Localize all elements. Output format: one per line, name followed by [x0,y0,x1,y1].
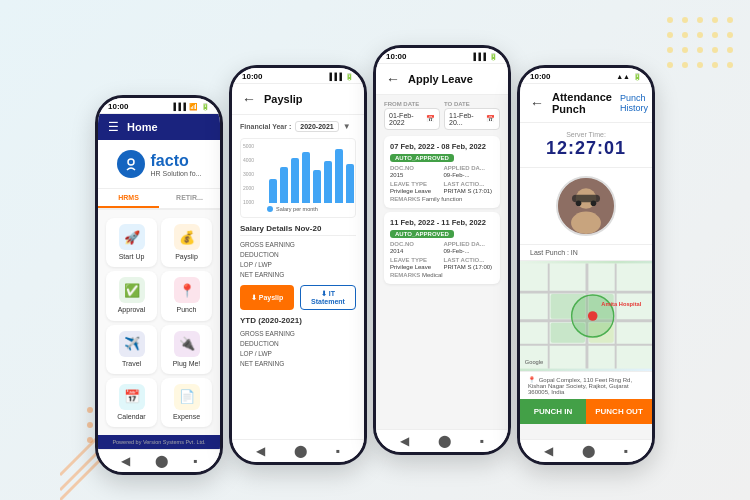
nav-recent-3[interactable]: ▪ [479,434,483,448]
svg-point-0 [667,17,673,23]
nav-home-1[interactable]: ⬤ [155,454,168,468]
logo-circle [117,150,145,178]
hamburger-icon[interactable]: ☰ [108,120,119,134]
svg-point-7 [697,32,703,38]
punch-out-button[interactable]: PUNCH OUT [586,399,652,424]
remarks-1: REMARKS Family function [390,196,494,202]
nav-recent-2[interactable]: ▪ [335,444,339,458]
payslip-chart: 50004000300020001000 [240,138,356,218]
bottom-nav-3: ◀ ⬤ ▪ [376,429,508,452]
leave-card-1: 07 Feb, 2022 - 08 Feb, 2022 AUTO_APPROVE… [384,136,500,208]
svg-point-5 [667,32,673,38]
back-arrow-payslip[interactable]: ← [242,91,256,107]
svg-point-16 [682,62,688,68]
approval-icon: ✅ [119,277,145,303]
punch-icon: 📍 [174,277,200,303]
nav-back-3[interactable]: ◀ [400,434,409,448]
grid-item-expense[interactable]: 📄 Expense [161,378,212,427]
bar-4 [302,152,310,203]
applied-date-item-1: APPLIED DA... 09-Feb-... [444,165,495,178]
svg-point-15 [667,62,673,68]
approved-badge-2: AUTO_APPROVED [390,230,454,238]
to-date-label: TO DATE [444,101,500,107]
nav-recent-1[interactable]: ▪ [193,454,197,468]
bar-3 [291,158,299,203]
calendar-icon-from: 📅 [426,115,435,123]
nav-home-4[interactable]: ⬤ [582,444,595,458]
payslip-buttons: ⬇ Payslip ⬇ IT Statement [240,285,356,310]
grid-item-plugme[interactable]: 🔌 Plug Me! [161,325,212,374]
bottom-nav-1: ◀ ⬤ ▪ [98,449,220,472]
phone-payslip: 10:00 ▐▐▐ 🔋 ← Payslip Financial Year : 2… [229,65,367,465]
status-time-2: 10:00 [242,72,262,81]
leave-date-1: 07 Feb, 2022 - 08 Feb, 2022 [390,142,494,151]
svg-point-19 [727,62,733,68]
grid-label-plugme: Plug Me! [173,360,201,367]
ytd-section: YTD (2020-2021) GROSS EARNING DEDUCTION … [240,316,356,368]
grid-item-startup[interactable]: 🚀 Start Up [106,218,157,267]
leave-nav: ← Apply Leave [376,64,508,95]
leave-details-1: DOC.NO 2015 APPLIED DA... 09-Feb-... LEA… [390,165,494,194]
tab-retire[interactable]: RETIR... [159,189,220,208]
last-punch-info: Last Punch : IN [520,245,652,261]
fy-row: Financial Year : 2020-2021 ▼ [240,121,356,132]
from-date-input[interactable]: 01-Feb-2022 📅 [384,108,440,130]
btn-it-statement[interactable]: ⬇ IT Statement [300,285,356,310]
avatar-section [520,168,652,245]
nav-home-3[interactable]: ⬤ [438,434,451,448]
lop-label: LOP / LWP [240,261,272,268]
payslip-content: Financial Year : 2020-2021 ▼ 50004000300… [232,115,364,439]
svg-point-37 [576,200,582,206]
back-arrow-leave[interactable]: ← [386,71,400,87]
svg-point-9 [727,32,733,38]
grid-item-approval[interactable]: ✅ Approval [106,271,157,320]
leave-type-item-2: LEAVE TYPE Privilege Leave [390,257,441,270]
tab-hrms[interactable]: HRMS [98,189,159,208]
to-date-group: TO DATE 11-Feb-20... 📅 [444,101,500,130]
to-date-input[interactable]: 11-Feb-20... 📅 [444,108,500,130]
user-avatar [556,176,616,236]
leave-details-2: DOC.NO 2014 APPLIED DA... 09-Feb-... LEA… [390,241,494,270]
btn-payslip-download[interactable]: ⬇ Payslip [240,285,294,310]
svg-text:Amita Hospital: Amita Hospital [601,301,641,307]
grid-item-punch[interactable]: 📍 Punch [161,271,212,320]
svg-point-6 [682,32,688,38]
net-label: NET EARNING [240,271,284,278]
leave-title: Apply Leave [408,73,473,85]
svg-point-3 [712,17,718,23]
applied-date-item-2: APPLIED DA... 09-Feb-... [444,241,495,254]
attendance-content: Server Time: 12:27:01 Last Punch : IN [520,123,652,439]
expense-icon: 📄 [174,384,200,410]
status-bar-3: 10:00 ▐▐▐ 🔋 [376,48,508,64]
bottom-nav-2: ◀ ⬤ ▪ [232,439,364,462]
bar-5 [313,170,321,203]
nav-back-1[interactable]: ◀ [121,454,130,468]
map-area: Amita Hospital Google [520,261,652,371]
travel-icon: ✈️ [119,331,145,357]
grid-item-payslip[interactable]: 💰 Payslip [161,218,212,267]
status-icons-1: ▐▐▐ 📶 🔋 [171,103,210,111]
grid-label-punch: Punch [177,306,197,313]
punch-history-link[interactable]: Punch History [620,93,648,113]
svg-point-51 [588,311,598,321]
grid-item-travel[interactable]: ✈️ Travel [106,325,157,374]
bar-7 [335,149,343,203]
svg-point-10 [667,47,673,53]
phone-attendance: 10:00 ▲▲ 🔋 ← Attendance Punch Punch Hist… [517,65,655,465]
svg-point-13 [712,47,718,53]
grid-item-calendar[interactable]: 📅 Calendar [106,378,157,427]
grid-label-travel: Travel [122,360,141,367]
svg-point-4 [727,17,733,23]
nav-back-2[interactable]: ◀ [256,444,265,458]
nav-recent-4[interactable]: ▪ [623,444,627,458]
nav-home-2[interactable]: ⬤ [294,444,307,458]
grid-label-expense: Expense [173,413,200,420]
svg-point-1 [682,17,688,23]
attendance-nav: ← Attendance Punch Punch History [520,84,652,123]
punch-in-button[interactable]: PUNCH IN [520,399,586,424]
payslip-title: Payslip [264,93,303,105]
logo-text: facto [151,152,202,170]
back-arrow-attendance[interactable]: ← [530,95,544,111]
nav-back-4[interactable]: ◀ [544,444,553,458]
gross-earning-row: GROSS EARNING [240,239,356,249]
